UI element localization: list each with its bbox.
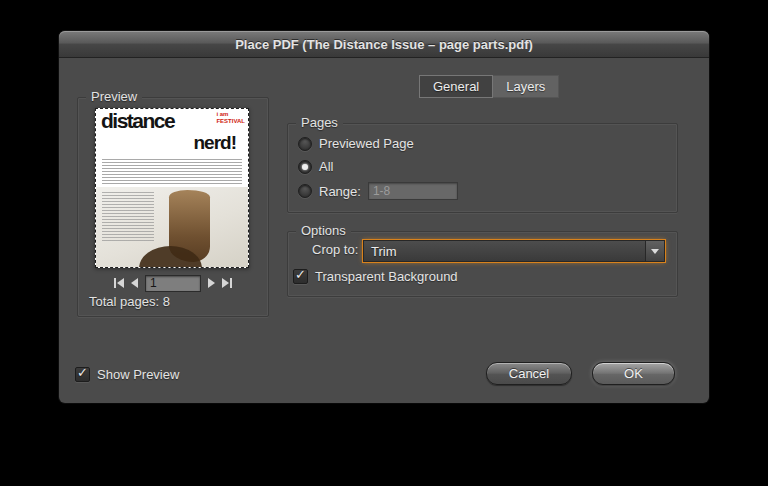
radio-all-label: All: [319, 159, 333, 174]
next-page-button[interactable]: [208, 278, 215, 288]
crop-to-label: Crop to:: [312, 242, 358, 257]
crop-to-row: Crop to:: [312, 242, 358, 257]
crop-to-value: Trim: [364, 244, 645, 259]
last-page-button[interactable]: [222, 278, 232, 288]
page-navigation: [78, 274, 268, 292]
cancel-button-label: Cancel: [509, 366, 549, 381]
cover-headline-bottom: nerd!: [101, 132, 236, 154]
preview-group: Preview distance i am FESTIVAL nerd!: [77, 97, 269, 317]
dropdown-button[interactable]: [645, 241, 664, 261]
radio-all[interactable]: All: [298, 159, 333, 174]
show-preview-label: Show Preview: [97, 367, 179, 382]
previous-page-icon: [131, 278, 138, 288]
tab-general[interactable]: General: [419, 75, 493, 98]
ok-button-label: OK: [624, 366, 643, 381]
tab-bar: General Layers: [419, 75, 559, 96]
cover-body-text: [102, 159, 242, 185]
last-page-icon: [230, 278, 232, 288]
tab-layers-label: Layers: [506, 79, 545, 94]
pages-group-label: Pages: [296, 115, 343, 130]
dialog-title: Place PDF (The Distance Issue – page par…: [235, 37, 533, 52]
tab-general-label: General: [433, 79, 479, 94]
show-preview-checkbox[interactable]: Show Preview: [75, 367, 179, 382]
pdf-preview-thumbnail[interactable]: distance i am FESTIVAL nerd!: [95, 108, 249, 268]
previous-page-button[interactable]: [131, 278, 138, 288]
transparent-background-checkbox[interactable]: Transparent Background: [293, 269, 458, 284]
total-pages-label: Total pages: 8: [89, 294, 170, 309]
cover-photo-text-column: [102, 192, 154, 242]
cover-badge: i am FESTIVAL: [216, 111, 245, 125]
cover-badge-bottom: FESTIVAL: [216, 118, 245, 125]
preview-group-label: Preview: [86, 89, 142, 104]
options-group: Options Crop to: Trim Transparent Backgr…: [287, 231, 678, 297]
radio-previewed-page-label: Previewed Page: [319, 136, 414, 151]
next-page-icon: [208, 278, 215, 288]
transparent-background-label: Transparent Background: [315, 269, 458, 284]
radio-previewed-page[interactable]: Previewed Page: [298, 136, 414, 151]
first-page-icon-arrow: [117, 278, 124, 288]
radio-previewed-page-icon: [298, 137, 312, 151]
first-page-icon: [114, 278, 116, 288]
chevron-down-icon: [651, 249, 659, 254]
range-input[interactable]: [368, 182, 458, 200]
cover-photo: [96, 187, 248, 267]
radio-all-icon: [298, 160, 312, 174]
crop-to-dropdown[interactable]: Trim: [363, 240, 665, 262]
first-page-button[interactable]: [114, 278, 124, 288]
ok-button[interactable]: OK: [592, 362, 675, 385]
last-page-icon-arrow: [222, 278, 229, 288]
cover-headline-top: distance: [101, 111, 174, 131]
pages-group: Pages Previewed Page All Range:: [287, 123, 678, 213]
radio-range[interactable]: Range:: [298, 182, 458, 200]
transparent-background-check-icon: [293, 269, 308, 284]
show-preview-check-icon: [75, 367, 90, 382]
page-number-input[interactable]: [145, 275, 201, 292]
radio-range-label: Range:: [319, 184, 361, 199]
dialog-titlebar[interactable]: Place PDF (The Distance Issue – page par…: [59, 31, 709, 58]
cover-badge-top: i am: [216, 111, 245, 118]
options-group-label: Options: [296, 223, 351, 238]
cancel-button[interactable]: Cancel: [486, 362, 572, 385]
tab-layers[interactable]: Layers: [493, 75, 559, 98]
radio-range-icon: [298, 184, 312, 198]
place-pdf-dialog: Place PDF (The Distance Issue – page par…: [59, 31, 709, 403]
